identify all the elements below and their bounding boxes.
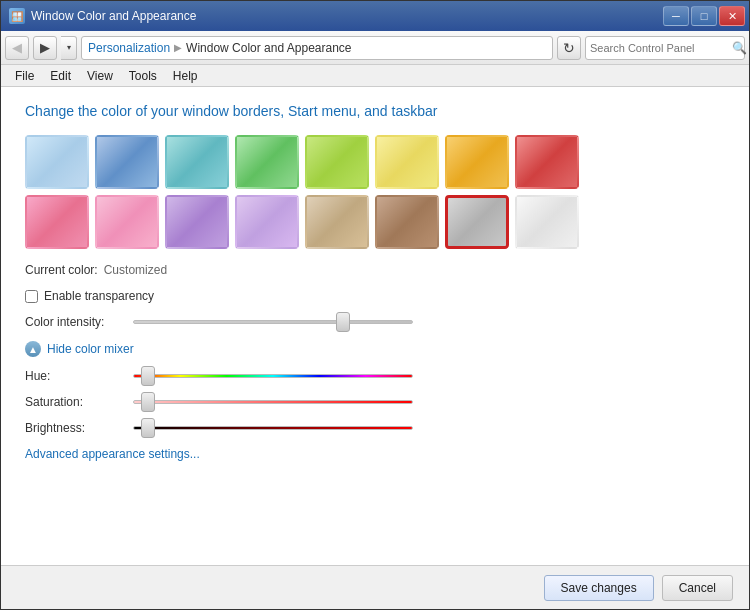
transparency-row: Enable transparency — [25, 289, 725, 303]
refresh-button[interactable]: ↻ — [557, 36, 581, 60]
swatch-teal[interactable] — [165, 135, 229, 189]
swatch-purple-light[interactable] — [235, 195, 299, 249]
menu-help[interactable]: Help — [165, 67, 206, 85]
window-icon: 🪟 — [9, 8, 25, 24]
swatch-lime[interactable] — [305, 135, 369, 189]
swatch-pink-light[interactable] — [95, 195, 159, 249]
breadcrumb-personalization[interactable]: Personalization — [88, 41, 170, 55]
footer: Save changes Cancel — [1, 565, 749, 609]
toggle-label: Hide color mixer — [47, 342, 134, 356]
swatch-silver[interactable] — [445, 195, 509, 249]
search-box: 🔍 — [585, 36, 745, 60]
menu-tools[interactable]: Tools — [121, 67, 165, 85]
maximize-button[interactable]: □ — [691, 6, 717, 26]
breadcrumb-separator: ▶ — [174, 42, 182, 53]
color-grid — [25, 135, 725, 249]
brightness-track[interactable] — [133, 426, 413, 430]
close-button[interactable]: ✕ — [719, 6, 745, 26]
color-row-1 — [25, 135, 725, 189]
breadcrumb-current: Window Color and Appearance — [186, 41, 351, 55]
saturation-row: Saturation: — [25, 395, 725, 409]
back-button[interactable]: ◀ — [5, 36, 29, 60]
hue-thumb[interactable] — [141, 366, 155, 386]
saturation-thumb[interactable] — [141, 392, 155, 412]
brightness-thumb[interactable] — [141, 418, 155, 438]
search-icon: 🔍 — [732, 41, 747, 55]
hue-row: Hue: — [25, 369, 725, 383]
swatch-yellow[interactable] — [375, 135, 439, 189]
hue-track[interactable] — [133, 374, 413, 378]
swatch-red[interactable] — [515, 135, 579, 189]
current-color-value: Customized — [104, 263, 167, 277]
breadcrumb: Personalization ▶ Window Color and Appea… — [81, 36, 553, 60]
menu-bar: File Edit View Tools Help — [1, 65, 749, 87]
swatch-green-light[interactable] — [235, 135, 299, 189]
menu-view[interactable]: View — [79, 67, 121, 85]
saturation-track[interactable] — [133, 400, 413, 404]
title-bar-controls: ─ □ ✕ — [663, 6, 745, 26]
brightness-label: Brightness: — [25, 421, 125, 435]
intensity-label: Color intensity: — [25, 315, 125, 329]
content: Change the color of your window borders,… — [1, 87, 749, 565]
menu-edit[interactable]: Edit — [42, 67, 79, 85]
title-bar: 🪟 Window Color and Appearance ─ □ ✕ — [1, 1, 749, 31]
swatch-blue[interactable] — [95, 135, 159, 189]
menu-file[interactable]: File — [7, 67, 42, 85]
toggle-icon: ▲ — [25, 341, 41, 357]
brightness-row: Brightness: — [25, 421, 725, 435]
transparency-label: Enable transparency — [44, 289, 154, 303]
intensity-track[interactable] — [133, 320, 413, 324]
swatch-tan[interactable] — [305, 195, 369, 249]
saturation-label: Saturation: — [25, 395, 125, 409]
current-color-row: Current color: Customized — [25, 263, 725, 277]
swatch-white[interactable] — [515, 195, 579, 249]
nav-dropdown[interactable]: ▾ — [61, 36, 77, 60]
transparency-checkbox[interactable] — [25, 290, 38, 303]
color-row-2 — [25, 195, 725, 249]
current-color-label: Current color: — [25, 263, 98, 277]
forward-button[interactable]: ▶ — [33, 36, 57, 60]
swatch-orange[interactable] — [445, 135, 509, 189]
minimize-button[interactable]: ─ — [663, 6, 689, 26]
swatch-sky[interactable] — [25, 135, 89, 189]
search-input[interactable] — [590, 42, 728, 54]
window: 🪟 Window Color and Appearance ─ □ ✕ ◀ ▶ … — [0, 0, 750, 610]
title-bar-left: 🪟 Window Color and Appearance — [9, 8, 663, 24]
save-changes-button[interactable]: Save changes — [544, 575, 654, 601]
advanced-link[interactable]: Advanced appearance settings... — [25, 447, 725, 461]
swatch-lavender[interactable] — [165, 195, 229, 249]
hue-label: Hue: — [25, 369, 125, 383]
page-title: Change the color of your window borders,… — [25, 103, 725, 119]
nav-bar: ◀ ▶ ▾ Personalization ▶ Window Color and… — [1, 31, 749, 65]
cancel-button[interactable]: Cancel — [662, 575, 733, 601]
color-mixer-toggle[interactable]: ▲ Hide color mixer — [25, 341, 725, 357]
intensity-row: Color intensity: — [25, 315, 725, 329]
title-bar-text: Window Color and Appearance — [31, 9, 196, 23]
swatch-pink[interactable] — [25, 195, 89, 249]
intensity-thumb[interactable] — [336, 312, 350, 332]
swatch-brown[interactable] — [375, 195, 439, 249]
